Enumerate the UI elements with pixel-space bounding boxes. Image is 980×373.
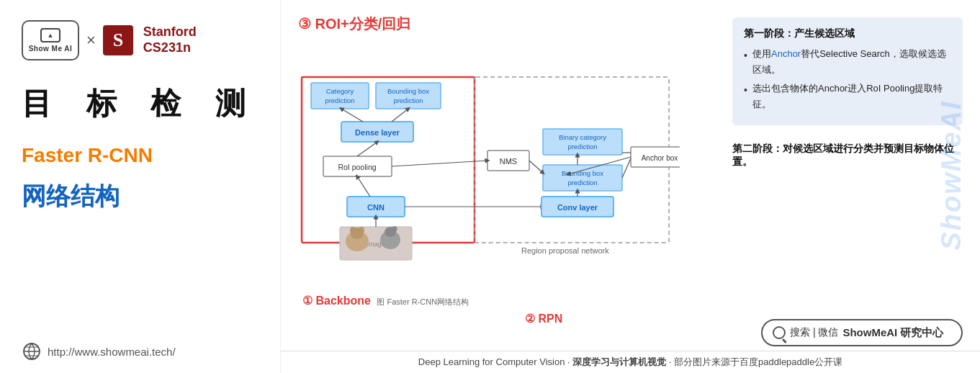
logo-icon xyxy=(40,28,60,42)
bullet-dot-2: • xyxy=(744,82,748,99)
svg-line-47 xyxy=(529,161,543,173)
bullet-1-text: 使用Anchor替代Selective Search，选取候选选区域。 xyxy=(752,46,951,78)
search-brand: ShowMeAI 研究中心 xyxy=(842,326,943,340)
svg-line-11 xyxy=(341,109,363,122)
bullet-1: • 使用Anchor替代Selective Search，选取候选选区域。 xyxy=(744,46,951,78)
website-icon xyxy=(22,341,42,361)
svg-line-32 xyxy=(392,161,487,166)
roi-label: ③ ROI+分类/回归 xyxy=(298,14,718,34)
bullet-2-text: 选出包含物体的Anchor进入RoI Pooling提取特征。 xyxy=(752,81,951,112)
logo-area: Show Me AI × S Stanford CS231n xyxy=(22,20,259,60)
sidebar: Show Me AI × S Stanford CS231n 目 标 检 测 F… xyxy=(0,0,281,373)
stanford-s-letter: S xyxy=(103,25,133,55)
svg-text:prediction: prediction xyxy=(567,179,597,186)
anchor-highlight: Anchor xyxy=(771,48,801,59)
svg-line-18 xyxy=(357,176,370,197)
svg-line-48 xyxy=(622,158,631,178)
svg-point-27 xyxy=(392,226,397,232)
network-diagram: Region proposal network Category predict… xyxy=(298,41,680,264)
footer: Deep Learning for Computer Vision · 深度学习… xyxy=(281,351,980,373)
right-panel: 第一阶段：产生候选区域 • 使用Anchor替代Selective Search… xyxy=(732,14,963,351)
showmeai-logo: Show Me AI xyxy=(22,20,79,60)
footer-text: Deep Learning for Computer Vision · 深度学习… xyxy=(418,356,842,367)
footer-cn: 深度学习与计算机视觉 xyxy=(572,356,666,367)
stanford-text: Stanford CS231n xyxy=(143,24,197,55)
main-content: ③ ROI+分类/回归 Region proposal network Cate… xyxy=(281,0,980,373)
svg-text:Binary category: Binary category xyxy=(559,133,606,141)
svg-text:prediction: prediction xyxy=(325,96,354,104)
svg-text:Dense layer: Dense layer xyxy=(355,128,400,137)
svg-text:prediction: prediction xyxy=(393,96,423,104)
svg-text:Region proposal network: Region proposal network xyxy=(521,246,609,255)
stage1-title: 第一阶段：产生候选区域 xyxy=(744,27,951,40)
svg-text:Conv layer: Conv layer xyxy=(557,203,598,212)
svg-text:prediction: prediction xyxy=(567,143,597,150)
search-text: 搜索 | 微信 xyxy=(790,326,838,339)
stanford-logo: S Stanford CS231n xyxy=(103,24,197,55)
svg-text:NMS: NMS xyxy=(500,157,517,166)
cross-symbol: × xyxy=(86,31,96,50)
svg-line-12 xyxy=(392,109,408,122)
stanford-name: Stanford xyxy=(143,24,197,40)
page-title: 目 标 检 测 xyxy=(22,84,259,124)
svg-line-15 xyxy=(357,142,377,156)
svg-text:CNN: CNN xyxy=(367,203,385,212)
backbone-label: ① Backbone 图 Faster R-CNN网络结构 xyxy=(302,294,469,307)
search-bar[interactable]: 搜索 | 微信 ShowMeAI 研究中心 xyxy=(761,319,963,346)
backbone-caption: 图 Faster R-CNN网络结构 xyxy=(377,297,469,306)
stage1-content: • 使用Anchor替代Selective Search，选取候选选区域。 • … xyxy=(744,46,951,112)
search-row: 搜索 | 微信 ShowMeAI 研究中心 xyxy=(732,313,963,351)
stanford-course: CS231n xyxy=(143,40,197,56)
bullet-dot-1: • xyxy=(744,48,748,65)
stage1-block: 第一阶段：产生候选区域 • 使用Anchor替代Selective Search… xyxy=(732,17,963,125)
stage2-block: 第二阶段：对候选区域进行分类并预测目标物体位置。 xyxy=(732,135,963,180)
rpn-label: ② RPN xyxy=(525,312,562,325)
website-url: http://www.showmeai.tech/ xyxy=(48,346,176,358)
svg-point-23 xyxy=(350,227,356,234)
bullet-2: • 选出包含物体的Anchor进入RoI Pooling提取特征。 xyxy=(744,81,951,112)
svg-text:Anchor box: Anchor box xyxy=(642,154,678,162)
subtitle: Faster R-CNN xyxy=(22,144,259,167)
diagram-section: ③ ROI+分类/回归 Region proposal network Cate… xyxy=(298,14,718,351)
svg-text:Category: Category xyxy=(326,87,354,95)
content-body: ③ ROI+分类/回归 Region proposal network Cate… xyxy=(281,0,980,351)
svg-text:Bounding box: Bounding box xyxy=(387,87,429,95)
stage2-title: 第二阶段：对候选区域进行分类并预测目标物体位置。 xyxy=(732,143,963,168)
subtitle2: 网络结构 xyxy=(22,180,259,213)
search-icon xyxy=(773,326,786,339)
website-row: http://www.showmeai.tech/ xyxy=(22,330,259,361)
logo-text: Show Me AI xyxy=(29,45,73,53)
svg-text:RoI pooling: RoI pooling xyxy=(338,163,376,171)
svg-point-24 xyxy=(359,227,364,234)
